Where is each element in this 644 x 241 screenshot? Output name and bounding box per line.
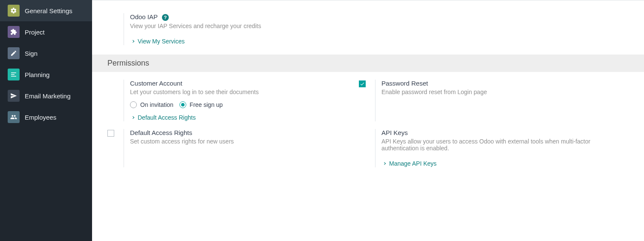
puzzle-icon [8,26,20,38]
api-keys-title: API Keys [381,129,610,136]
iap-title-text: Odoo IAP [130,13,158,20]
sidebar-item-project[interactable]: Project [0,21,92,43]
iap-desc: View your IAP Services and recharge your… [130,23,629,29]
sidebar-item-label: Employees [25,114,56,121]
sidebar-item-planning[interactable]: Planning [0,64,92,85]
sidebar-item-label: Email Marketing [25,92,71,100]
planning-icon [8,69,20,80]
radio-icon [130,101,137,108]
api-keys-desc: API Keys allow your users to access Odoo… [381,138,610,152]
default-access-desc: Set custom access rights for new users [130,138,359,145]
sidebar-item-label: General Settings [25,7,72,14]
sidebar-item-general-settings[interactable]: General Settings [0,0,92,21]
settings-main: Odoo IAP ? View your IAP Services and re… [92,0,644,241]
password-reset-desc: Enable password reset from Login page [381,89,610,95]
iap-title: Odoo IAP ? [130,13,629,21]
send-icon [8,90,20,102]
password-reset-checkbox[interactable] [359,80,366,87]
default-access-title: Default Access Rights [130,129,359,136]
arrow-right-icon [130,39,135,44]
default-access-rights-link[interactable]: Default Access Rights [130,114,196,121]
people-icon [8,111,20,123]
sidebar-item-label: Project [25,29,45,36]
customer-account-title: Customer Account [130,80,359,87]
sidebar-item-label: Sign [25,50,38,57]
default-access-checkbox[interactable] [107,130,114,137]
link-label: Manage API Keys [389,160,436,167]
check-icon [360,81,365,86]
sign-icon [8,47,20,59]
gear-icon [8,5,20,17]
customer-account-desc: Let your customers log in to see their d… [130,89,359,95]
arrow-right-icon [130,115,135,120]
password-reset-title: Password Reset [381,80,610,87]
radio-free-sign-up[interactable]: Free sign up [179,101,223,108]
permissions-header: Permissions [92,55,644,72]
arrow-right-icon [381,161,387,166]
radio-on-invitation[interactable]: On invitation [130,101,173,108]
sidebar-item-sign[interactable]: Sign [0,43,92,64]
help-icon[interactable]: ? [162,14,169,21]
sidebar-item-employees[interactable]: Employees [0,106,92,128]
sidebar-item-email-marketing[interactable]: Email Marketing [0,85,92,106]
radio-label: On invitation [140,101,173,108]
radio-label: Free sign up [190,101,223,108]
radio-icon [179,101,186,108]
link-label: View My Services [138,38,185,45]
manage-api-keys-link[interactable]: Manage API Keys [381,160,436,167]
sidebar-item-label: Planning [25,71,49,78]
link-label: Default Access Rights [138,114,196,121]
settings-sidebar: General Settings Project Sign Planning E… [0,0,92,241]
view-my-services-link[interactable]: View My Services [130,38,185,45]
